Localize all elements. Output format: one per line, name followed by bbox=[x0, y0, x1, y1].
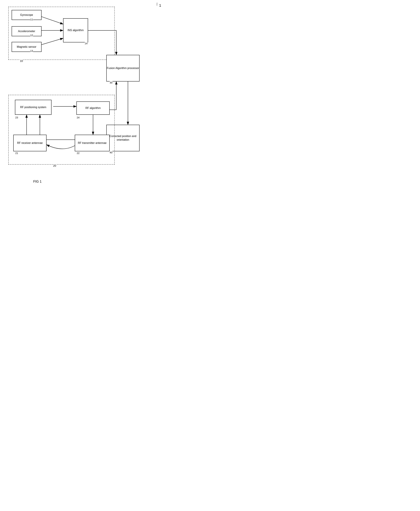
fig-label: FIG 1 bbox=[33, 180, 42, 183]
rf-receiver-box: RF receiver antennae bbox=[13, 135, 46, 151]
rf-positioning-box: RF positioning system bbox=[15, 100, 52, 115]
magnetic-sensor-box: Magnetic sensor bbox=[12, 42, 42, 52]
label-23: 23 bbox=[15, 116, 18, 119]
fusion-algorithm-box: Fusion Algorithm processor bbox=[106, 55, 140, 81]
fusion-algorithm-label: Fusion Algorithm processor bbox=[107, 66, 139, 70]
label-20: 20 bbox=[53, 164, 56, 167]
label-24: 24 bbox=[77, 116, 80, 119]
label-13: 13 bbox=[30, 49, 33, 52]
label-10: 10 bbox=[20, 60, 23, 62]
label-11: 11 bbox=[30, 18, 33, 21]
label-21: 21 bbox=[15, 152, 18, 155]
ins-algorithm-box: INS algorithm bbox=[63, 18, 88, 42]
label-30: 30 bbox=[110, 81, 112, 84]
gyroscope-label: Gyroscope bbox=[20, 13, 33, 17]
rf-algorithm-label: RF algorithm bbox=[85, 106, 101, 110]
label-22: 22 bbox=[77, 152, 80, 155]
gyroscope-box: Gyroscope bbox=[12, 10, 42, 20]
label-12: 12 bbox=[30, 34, 33, 37]
diagram: Gyroscope Accelerometer Magnetic sensor … bbox=[0, 0, 166, 191]
accelerometer-label: Accelerometer bbox=[18, 30, 35, 33]
rf-algorithm-box: RF algorithm bbox=[76, 101, 110, 115]
rf-transmitter-box: RF transmitter antennae bbox=[75, 135, 110, 151]
rf-transmitter-label: RF transmitter antennae bbox=[78, 141, 107, 145]
ins-algorithm-label: INS algorithm bbox=[68, 28, 84, 32]
magnetic-sensor-label: Magnetic sensor bbox=[17, 45, 36, 49]
label-14: 14 bbox=[85, 42, 88, 45]
accelerometer-box: Accelerometer bbox=[12, 26, 42, 36]
rf-positioning-label: RF positioning system bbox=[20, 105, 46, 109]
label-40: 40 bbox=[110, 151, 112, 154]
rf-receiver-label: RF receiver antennae bbox=[17, 141, 43, 145]
diagram-number: 1 bbox=[159, 3, 161, 8]
